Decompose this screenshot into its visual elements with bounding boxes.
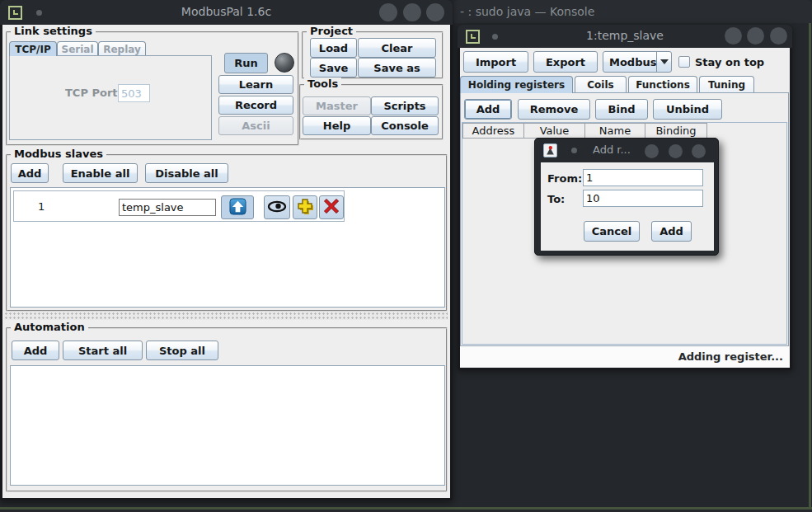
window-button-1[interactable]: [645, 144, 659, 158]
to-field[interactable]: [583, 190, 703, 207]
konsole-titlebar[interactable]: - : sudo java — Konsole: [453, 0, 812, 23]
dialog-icon: [543, 143, 557, 157]
chevron-down-icon: [660, 59, 669, 64]
eye-icon: [267, 200, 287, 215]
load-button[interactable]: Load: [310, 38, 357, 58]
window-button-3[interactable]: [770, 27, 787, 45]
status-text: Adding register...: [678, 350, 783, 363]
tab-holding-registers[interactable]: Holding registers: [460, 76, 573, 93]
register-remove-button[interactable]: Remove: [518, 99, 590, 120]
column-header-binding[interactable]: Binding: [645, 123, 707, 139]
tools-label: Tools: [304, 78, 341, 90]
to-label: To:: [547, 193, 565, 205]
titlebar-dot-icon: [571, 148, 577, 153]
slave-enable-toggle[interactable]: [221, 195, 254, 219]
tab-serial[interactable]: Serial: [57, 41, 98, 56]
dialog-content: From: To: Cancel Add: [541, 162, 714, 251]
automation-list: [10, 365, 445, 486]
stop-all-button[interactable]: Stop all: [146, 341, 218, 360]
automation-label: Automation: [11, 321, 88, 333]
master-button: Master: [303, 96, 371, 115]
record-button[interactable]: Record: [218, 96, 293, 115]
konsole-border-bottom: [0, 507, 812, 510]
window-button-2[interactable]: [669, 144, 683, 158]
tab-tuning[interactable]: Tuning: [699, 76, 754, 93]
from-label: From:: [547, 172, 582, 185]
stay-on-top-label: Stay on top: [695, 56, 764, 68]
combo-selected-value: Modbus: [603, 52, 656, 72]
slave-name-field[interactable]: [119, 199, 216, 216]
learn-button[interactable]: Learn: [218, 75, 293, 94]
delete-x-icon: [323, 198, 340, 217]
register-bind-button[interactable]: Bind: [595, 99, 648, 120]
clear-button[interactable]: Clear: [358, 38, 436, 58]
console-button[interactable]: Console: [371, 116, 439, 135]
tab-tcpip[interactable]: TCP/IP: [9, 41, 57, 56]
slave-delete-button[interactable]: [319, 195, 344, 219]
dialog-title: Add r...: [593, 143, 631, 156]
konsole-title: - : sudo java — Konsole: [460, 5, 594, 18]
ascii-button: Ascii: [218, 116, 293, 135]
tab-functions[interactable]: Functions: [628, 76, 697, 93]
scripts-button[interactable]: Scripts: [371, 96, 439, 115]
window-button-3[interactable]: [426, 3, 444, 21]
column-header-address[interactable]: Address: [462, 123, 524, 139]
start-all-button[interactable]: Start all: [63, 341, 143, 360]
plus-icon: [297, 198, 314, 218]
run-button[interactable]: Run: [224, 53, 268, 73]
split-divider[interactable]: [4, 312, 448, 320]
from-field[interactable]: [583, 169, 703, 186]
window-button-3[interactable]: [692, 144, 706, 158]
column-header-value[interactable]: Value: [523, 123, 585, 139]
save-as-button[interactable]: Save as: [358, 58, 436, 78]
automation-add-button[interactable]: Add: [12, 341, 59, 360]
dialog-cancel-button[interactable]: Cancel: [584, 221, 640, 242]
slave-titlebar[interactable]: 1:temp_slave: [458, 25, 792, 48]
modbuspal-titlebar[interactable]: ModbusPal 1.6c: [0, 0, 453, 25]
arrow-up-icon: [229, 198, 246, 218]
run-led-indicator: [275, 53, 294, 73]
window-button-1[interactable]: [725, 27, 742, 45]
column-header-name[interactable]: Name: [584, 123, 645, 139]
tcp-port-field[interactable]: [118, 84, 150, 102]
modbus-combo[interactable]: Modbus: [603, 51, 672, 73]
slave-add-register-button[interactable]: [293, 195, 317, 219]
help-button[interactable]: Help: [303, 116, 371, 135]
slave-id: 1: [38, 200, 45, 213]
link-settings-label: Link settings: [11, 25, 96, 37]
export-button[interactable]: Export: [533, 51, 598, 73]
tab-coils[interactable]: Coils: [575, 76, 627, 93]
slave-view-button[interactable]: [264, 195, 290, 219]
dialog-titlebar[interactable]: Add r...: [535, 139, 718, 162]
window-button-2[interactable]: [403, 3, 421, 21]
registers-table-header: Address Value Name Binding: [462, 123, 786, 139]
import-button[interactable]: Import: [463, 51, 528, 73]
disable-all-button[interactable]: Disable all: [145, 163, 228, 183]
window-button-2[interactable]: [747, 27, 764, 45]
register-unbind-button[interactable]: Unbind: [653, 99, 722, 120]
add-register-dialog: Add r... From: To: Cancel Add: [534, 138, 719, 256]
dialog-add-button[interactable]: Add: [651, 221, 692, 242]
modbus-slaves-label: Modbus slaves: [11, 148, 106, 160]
project-label: Project: [307, 25, 356, 37]
konsole-border-right: [809, 21, 811, 510]
stay-on-top-checkbox[interactable]: [678, 56, 690, 68]
enable-all-button[interactable]: Enable all: [63, 163, 138, 183]
slave-window-title: 1:temp_slave: [458, 29, 792, 42]
duke-icon: [545, 145, 556, 156]
window-button-1[interactable]: [379, 3, 397, 21]
slaves-add-button[interactable]: Add: [11, 163, 49, 183]
save-button[interactable]: Save: [310, 58, 357, 78]
register-add-button[interactable]: Add: [464, 99, 512, 120]
slave-status-bar: Adding register...: [460, 346, 790, 367]
combo-dropdown-button[interactable]: [656, 52, 671, 72]
tcp-port-label: TCP Port:: [65, 87, 122, 99]
tab-replay[interactable]: Replay: [98, 41, 146, 56]
